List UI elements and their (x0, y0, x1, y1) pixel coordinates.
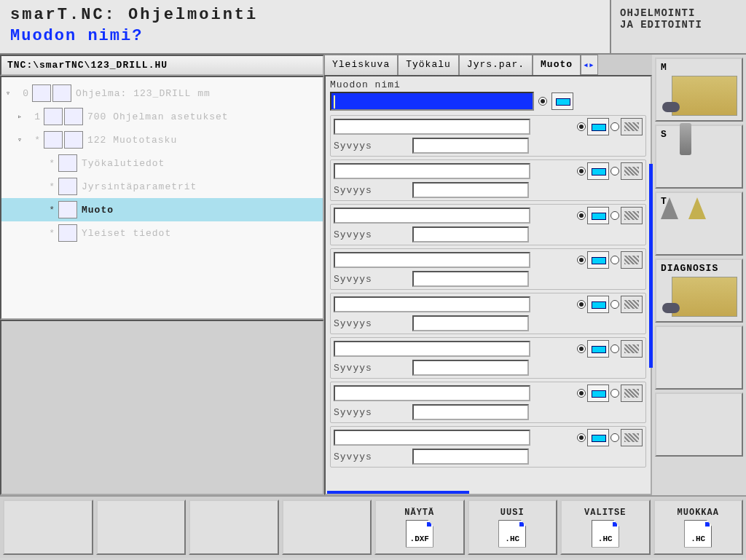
island-icon[interactable] (621, 384, 643, 402)
contour-file-input[interactable] (334, 208, 530, 224)
island-icon[interactable] (621, 340, 643, 358)
depth-input[interactable] (412, 138, 529, 154)
tree-icons (44, 108, 83, 125)
side-button-m[interactable]: M (655, 58, 743, 122)
tree-label: Jyrsintäparametrit (82, 181, 197, 192)
depth-input[interactable] (412, 404, 529, 420)
tree-toggle-icon[interactable]: ▿ (6, 89, 16, 98)
type-radio-pocket[interactable] (577, 433, 586, 442)
side-button-diagnosis[interactable]: DIAGNOSIS (655, 259, 743, 323)
contour-file-input[interactable] (334, 385, 530, 401)
contour-file-input[interactable] (334, 341, 530, 357)
contour-file-input[interactable] (334, 296, 530, 312)
contour-file-input[interactable] (334, 163, 530, 179)
type-radio-pocket[interactable] (577, 122, 586, 131)
island-icon[interactable] (621, 207, 643, 224)
softkey-empty[interactable] (3, 500, 93, 555)
name-radio[interactable] (538, 97, 547, 106)
type-radio-island[interactable] (610, 344, 619, 353)
contour-name-row (330, 92, 646, 111)
type-radio-island[interactable] (610, 167, 619, 176)
side-button-s[interactable]: S (655, 125, 743, 189)
side-button-t[interactable]: T (655, 192, 743, 256)
depth-input[interactable] (412, 226, 529, 242)
pocket-icon[interactable] (587, 429, 609, 446)
contour-file-input[interactable] (334, 430, 530, 446)
type-radio-pocket[interactable] (577, 300, 586, 309)
pocket-icon[interactable] (587, 162, 609, 180)
type-radio-island[interactable] (610, 256, 619, 264)
program-tree[interactable]: ▿0Ohjelma: 123_DRILL mm▹1700 Ohjelman as… (0, 76, 324, 320)
island-icon[interactable] (621, 429, 643, 446)
type-radio-pocket[interactable] (577, 211, 586, 220)
pocket-icon[interactable] (587, 340, 609, 358)
tab-scroll-icon[interactable]: ◂▸ (581, 55, 598, 75)
type-radio-pocket[interactable] (577, 389, 586, 398)
tab-jyrspar[interactable]: Jyrs.par. (459, 55, 533, 75)
depth-input[interactable] (412, 360, 529, 376)
island-icon[interactable] (621, 118, 643, 135)
depth-group: Syvyys (330, 159, 646, 201)
softkey-muokkaa[interactable]: MUOKKAA.HC (653, 500, 744, 555)
depth-label: Syvyys (334, 141, 408, 151)
pocket-icon[interactable] (587, 384, 609, 402)
tab-työkalu[interactable]: Työkalu (398, 55, 459, 75)
tree-row[interactable]: ▿0Ohjelma: 123_DRILL mm (1, 82, 323, 105)
tree-item-icon (64, 131, 83, 149)
tree-icons (58, 201, 77, 218)
side-button-empty[interactable] (655, 393, 743, 457)
softkey-empty[interactable] (189, 500, 279, 555)
softkey-näytä[interactable]: NÄYTÄ.DXF (374, 500, 465, 555)
island-icon[interactable] (621, 296, 643, 313)
pocket-icon[interactable] (587, 251, 609, 269)
mill-icon (672, 76, 737, 116)
pocket-icon[interactable] (587, 207, 609, 224)
depth-input[interactable] (412, 449, 529, 465)
tree-row[interactable]: ▿*122 Muototasku (1, 128, 323, 151)
type-radio-pocket[interactable] (577, 344, 586, 353)
depth-group: Syvyys (330, 382, 646, 423)
pocket-icon[interactable] (587, 296, 609, 313)
depth-input[interactable] (412, 315, 529, 331)
tree-item-icon (44, 131, 63, 149)
pocket-icon[interactable] (587, 118, 609, 135)
tree-icons (58, 154, 77, 172)
softkey-valitse[interactable]: VALITSE.HC (560, 500, 651, 555)
tree-row[interactable]: *Työkalutiedot (1, 151, 323, 175)
type-radio-island[interactable] (610, 389, 619, 398)
type-radio-pocket[interactable] (577, 167, 586, 176)
depth-group: Syvyys (330, 426, 646, 468)
softkey-uusi[interactable]: UUSI.HC (468, 500, 558, 555)
side-button-label: M (661, 62, 667, 73)
contour-file-input[interactable] (334, 252, 530, 268)
depth-group: Syvyys (330, 115, 646, 157)
type-radio-island[interactable] (610, 122, 619, 131)
tree-toggle-icon[interactable]: ▿ (17, 135, 28, 144)
contour-name-input[interactable] (330, 92, 534, 111)
tree-icons (32, 84, 71, 102)
type-radio-island[interactable] (610, 433, 619, 442)
softkey-label: VALITSE (584, 508, 626, 518)
type-radio-island[interactable] (610, 300, 619, 309)
tree-label: Työkalutiedot (82, 158, 165, 169)
type-radio-pocket[interactable] (577, 256, 586, 264)
island-icon[interactable] (621, 251, 643, 269)
depth-input[interactable] (412, 182, 529, 198)
pocket-icon[interactable] (551, 92, 573, 110)
side-button-empty[interactable] (655, 326, 743, 390)
tree-toggle-icon[interactable]: ▹ (17, 112, 28, 121)
softkey-empty[interactable] (96, 500, 186, 555)
tree-row[interactable]: ▹1700 Ohjelman asetukset (1, 105, 323, 128)
tree-row[interactable]: *Jyrsintäparametrit (1, 175, 323, 198)
tree-row[interactable]: *Muoto (1, 198, 323, 221)
tree-icons (58, 224, 77, 242)
tab-muoto[interactable]: Muoto (533, 55, 581, 75)
tree-row[interactable]: *Yleiset tiedot (1, 221, 323, 245)
softkey-empty[interactable] (282, 500, 372, 555)
island-icon[interactable] (621, 162, 643, 180)
tree-item-icon (58, 154, 77, 172)
tab-yleiskuva[interactable]: Yleiskuva (324, 55, 398, 75)
type-radio-island[interactable] (610, 211, 619, 220)
contour-file-input[interactable] (334, 119, 530, 135)
depth-input[interactable] (412, 271, 529, 287)
